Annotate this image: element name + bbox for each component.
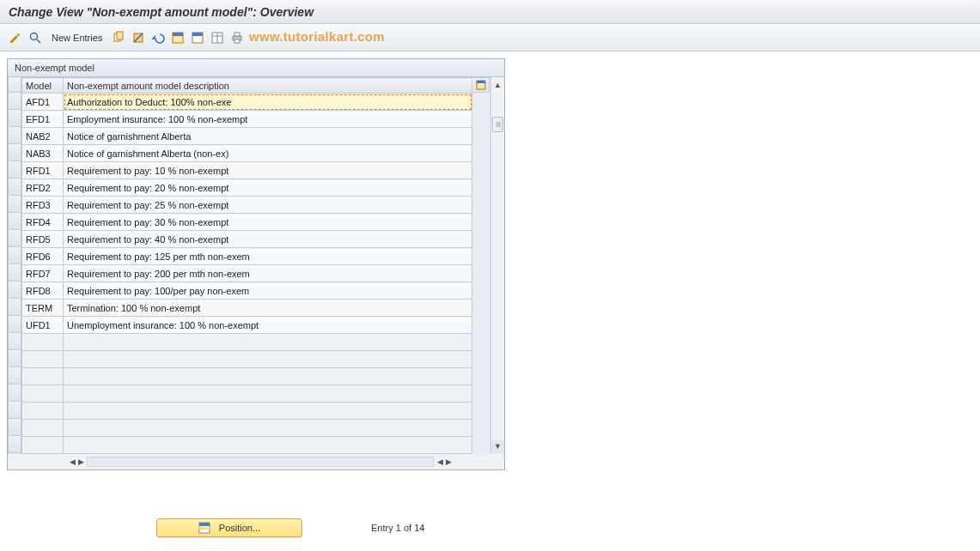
scroll-right-icon[interactable]: ▶ [444, 457, 453, 466]
row-marker[interactable] [8, 196, 21, 213]
cell-model[interactable]: NAB2 [22, 128, 64, 145]
cell-model[interactable] [22, 385, 64, 403]
cell-desc[interactable]: Unemployment insurance: 100 % non-exempt [64, 317, 472, 334]
row-marker[interactable] [8, 367, 21, 384]
table-row [22, 403, 472, 420]
cell-desc[interactable]: Employment insurance: 100 % non-exempt [64, 111, 472, 128]
scroll-right-start-icon[interactable]: ▶ [76, 457, 85, 466]
cell-desc[interactable] [64, 403, 472, 420]
details-button[interactable] [27, 29, 44, 46]
print-icon [230, 31, 244, 45]
cell-desc[interactable] [64, 334, 472, 351]
cell-desc[interactable]: Requirement to pay: 200 per mth non-exem [64, 265, 472, 282]
hscroll-track[interactable] [87, 457, 434, 467]
cell-model[interactable]: RFD1 [22, 162, 64, 179]
toolbar: New Entries www.tutorialkart.com [0, 24, 980, 51]
cell-desc[interactable]: Requirement to pay: 30 % non-exempt [64, 214, 472, 231]
cell-model[interactable]: RFD4 [22, 214, 64, 231]
col-header-desc[interactable]: Non-exempt amount model description [64, 78, 472, 94]
cell-desc[interactable]: Notice of garnishment Alberta (non-ex) [64, 145, 472, 162]
row-marker[interactable] [8, 213, 21, 230]
row-marker[interactable] [8, 316, 21, 333]
cell-model[interactable]: UFD1 [22, 317, 64, 334]
cell-desc[interactable]: Termination: 100 % non-exempt [64, 300, 472, 317]
row-marker[interactable] [8, 179, 21, 196]
svg-rect-17 [477, 81, 485, 83]
cell-model[interactable]: RFD5 [22, 231, 64, 248]
row-marker[interactable] [8, 93, 21, 110]
toggle-display-change-button[interactable] [7, 29, 24, 46]
cell-desc[interactable]: Requirement to pay: 40 % non-exempt [64, 231, 472, 248]
row-marker[interactable] [8, 384, 21, 402]
row-marker[interactable] [8, 282, 21, 299]
horizontal-scrollbar[interactable]: ◀ ▶ ◀ ▶ [8, 454, 504, 469]
copy-icon [112, 31, 125, 45]
cell-model[interactable]: EFD1 [22, 111, 64, 128]
deselect-all-button[interactable] [189, 29, 206, 46]
position-button[interactable]: Position... [156, 518, 302, 537]
new-entries-button[interactable]: New Entries [46, 33, 107, 43]
cell-model[interactable]: RFD2 [22, 179, 64, 197]
print-button[interactable] [228, 29, 246, 46]
row-marker[interactable] [8, 299, 21, 316]
row-marker[interactable] [8, 264, 21, 282]
cell-desc[interactable] [64, 368, 472, 385]
vscroll-track[interactable] [491, 91, 504, 440]
svg-rect-22 [199, 523, 210, 526]
cell-model[interactable]: RFD8 [22, 282, 64, 300]
cell-desc[interactable]: Notice of garnishment Alberta [64, 128, 472, 145]
cell-desc[interactable]: Authorization to Deduct: 100% non-exe [64, 94, 472, 111]
cell-desc[interactable]: Requirement to pay: 100/per pay non-exem [64, 282, 472, 300]
cell-model[interactable] [22, 437, 64, 454]
cell-desc[interactable]: Requirement to pay: 25 % non-exempt [64, 197, 472, 214]
configure-columns-button[interactable] [472, 77, 490, 93]
cell-model[interactable] [22, 368, 64, 385]
cell-model[interactable]: NAB3 [22, 145, 64, 162]
row-marker[interactable] [8, 127, 21, 144]
cell-model[interactable]: AFD1 [22, 94, 64, 111]
row-marker[interactable] [8, 144, 21, 161]
cell-model[interactable] [22, 403, 64, 420]
select-all-button[interactable] [169, 29, 186, 46]
cell-desc[interactable] [64, 385, 472, 403]
cell-model[interactable] [22, 420, 64, 437]
vscroll-thumb[interactable] [492, 117, 503, 132]
cell-model[interactable]: RFD3 [22, 197, 64, 214]
scroll-up-icon[interactable]: ▲ [491, 79, 504, 91]
table-settings-button[interactable] [209, 29, 226, 46]
row-marker-column [8, 77, 21, 454]
scroll-down-icon[interactable]: ▼ [491, 440, 504, 452]
row-marker[interactable] [8, 230, 21, 247]
row-marker[interactable] [8, 402, 21, 419]
row-marker[interactable] [8, 350, 21, 367]
row-marker[interactable] [8, 161, 21, 179]
row-marker[interactable] [8, 419, 21, 436]
cell-desc[interactable] [64, 420, 472, 437]
scroll-left-end-icon[interactable]: ◀ [435, 457, 444, 466]
cell-model[interactable]: RFD6 [22, 248, 64, 265]
col-header-model[interactable]: Model [22, 78, 64, 94]
cell-model[interactable]: RFD7 [22, 265, 64, 282]
delete-button[interactable] [130, 29, 147, 46]
row-marker[interactable] [8, 333, 21, 350]
cell-model[interactable]: TERM [22, 300, 64, 317]
cell-model[interactable] [22, 334, 64, 351]
cell-desc[interactable]: Requirement to pay: 125 per mth non-exem [64, 248, 472, 265]
undo-button[interactable] [149, 29, 167, 46]
title-bar: Change View "Non-exempt amount model": O… [0, 0, 980, 24]
cell-desc[interactable]: Requirement to pay: 10 % non-exempt [64, 162, 472, 179]
row-marker[interactable] [8, 110, 21, 127]
cell-model[interactable] [22, 351, 64, 368]
row-marker[interactable] [8, 436, 21, 453]
row-marker-header[interactable] [8, 77, 21, 93]
table-row: RFD7Requirement to pay: 200 per mth non-… [22, 265, 472, 282]
scroll-left-icon[interactable]: ◀ [68, 457, 76, 466]
vertical-scrollbar[interactable]: ▲ ▼ [490, 77, 504, 454]
select-all-icon [171, 31, 185, 45]
cell-desc[interactable] [64, 351, 472, 368]
cell-desc[interactable] [64, 437, 472, 454]
cell-desc[interactable]: Requirement to pay: 20 % non-exempt [64, 179, 472, 197]
row-marker[interactable] [8, 247, 21, 264]
copy-button[interactable] [110, 29, 127, 46]
watermark: www.tutorialkart.com [249, 29, 385, 44]
